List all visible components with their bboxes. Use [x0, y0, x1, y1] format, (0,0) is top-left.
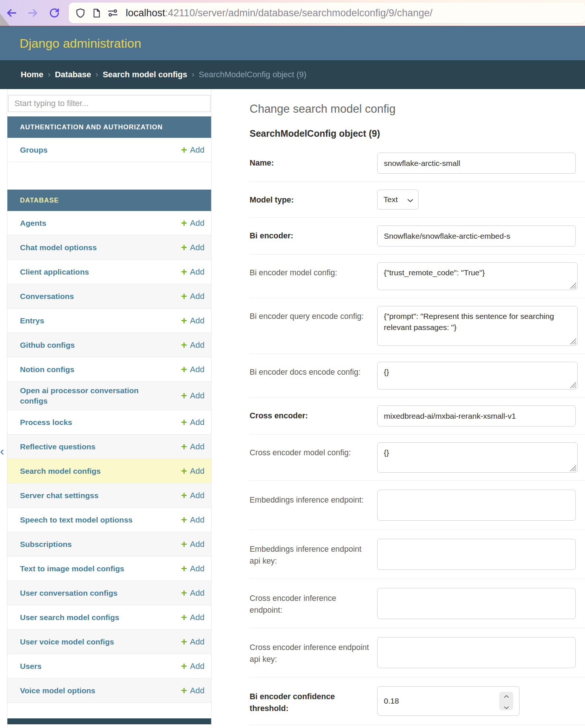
- sidebar-item-github-configs[interactable]: Github configs: [20, 340, 75, 350]
- breadcrumb-separator: ›: [95, 70, 98, 79]
- add-link-reflective-questions[interactable]: +Add: [181, 442, 204, 452]
- add-link-conversations[interactable]: +Add: [181, 292, 204, 301]
- bi-encoder-confidence-threshold-input[interactable]: 0.18: [377, 686, 520, 716]
- add-link-process-locks[interactable]: +Add: [181, 418, 204, 427]
- shield-icon[interactable]: [75, 7, 86, 18]
- resize-grip-icon[interactable]: [570, 382, 576, 388]
- sidebar-item-chat-model-optionss[interactable]: Chat model optionss: [20, 242, 97, 253]
- bi-encoder-model-config-textarea[interactable]: {"trust_remote_code": "True"}: [377, 262, 578, 290]
- embeddings-inference-endpoint-api-key-input[interactable]: [377, 539, 576, 570]
- form-row-model-type: Model type:Text: [250, 182, 585, 218]
- back-button[interactable]: [5, 7, 18, 19]
- sidebar-item-process-locks[interactable]: Process locks: [20, 417, 72, 428]
- plus-icon: +: [181, 419, 187, 426]
- sidebar-item-speech-to-text-model-optionss[interactable]: Speech to text model optionss: [20, 515, 133, 525]
- sidebar-item-user-voice-model-configs[interactable]: User voice model configs: [20, 637, 114, 647]
- sidebar-item-server-chat-settingss[interactable]: Server chat settingss: [20, 490, 98, 501]
- plus-icon: +: [181, 492, 187, 499]
- form-row-cross-encoder-model-config: Cross encoder model config:{}: [250, 435, 585, 481]
- sidebar-item-users[interactable]: Users: [20, 661, 41, 671]
- cross-encoder-model-config-textarea[interactable]: {}: [377, 442, 578, 473]
- page-icon[interactable]: [91, 7, 102, 18]
- sidebar-item-agents[interactable]: Agents: [20, 218, 46, 228]
- sidebar-item-entrys[interactable]: Entrys: [20, 316, 44, 326]
- forward-button[interactable]: [27, 7, 39, 19]
- add-link-notion-configs[interactable]: +Add: [181, 365, 204, 374]
- sidebar-item-conversations[interactable]: Conversations: [20, 291, 74, 302]
- permissions-icon[interactable]: [107, 7, 118, 18]
- bi-encoder-input[interactable]: Snowflake/snowflake-arctic-embed-s: [377, 225, 576, 246]
- sidebar-item-open-ai-processor-conversation-configs[interactable]: Open ai processor conversation configs: [20, 385, 168, 406]
- sidebar-item-reflective-questions[interactable]: Reflective questions: [20, 442, 95, 452]
- sidebar-filter-input[interactable]: [8, 95, 210, 112]
- add-link-voice-model-options[interactable]: +Add: [181, 686, 204, 695]
- section-caption-database[interactable]: DATABASE: [7, 190, 211, 211]
- field-label-bi-encoder-model-config: Bi encoder model config:: [250, 262, 377, 279]
- cross-encoder-inference-endpoint-api-key-input[interactable]: [377, 637, 576, 668]
- resize-grip-icon[interactable]: [570, 338, 576, 344]
- cross-encoder-input[interactable]: mixedbread-ai/mxbai-rerank-xsmall-v1: [377, 405, 576, 426]
- section-caption-authentication-and-authorization[interactable]: AUTHENTICATION AND AUTHORIZATION: [7, 116, 211, 138]
- forward-arrow-icon: [27, 7, 39, 19]
- add-link-github-configs[interactable]: +Add: [181, 340, 204, 350]
- sidebar-row-github-configs: Github configs+Add: [7, 333, 211, 357]
- sidebar-collapse-toggle[interactable]: ‹: [0, 445, 7, 457]
- site-brand[interactable]: Django administration: [0, 36, 141, 51]
- url-text: localhost:42110/server/admin/database/se…: [126, 7, 433, 19]
- add-link-users[interactable]: +Add: [181, 661, 204, 671]
- sidebar-row-chat-model-optionss: Chat model optionss+Add: [7, 235, 211, 260]
- bi-encoder-docs-encode-config-textarea[interactable]: {}: [377, 362, 578, 389]
- add-link-server-chat-settingss[interactable]: +Add: [181, 491, 204, 500]
- bi-encoder-query-encode-config-textarea[interactable]: {"prompt": "Represent this sentence for …: [377, 306, 578, 346]
- embeddings-inference-endpoint-input[interactable]: [377, 490, 576, 521]
- chevron-down-icon: [408, 195, 413, 204]
- number-stepper[interactable]: [499, 692, 513, 710]
- sidebar-item-subscriptions[interactable]: Subscriptions: [20, 539, 72, 550]
- breadcrumb-link-1[interactable]: Database: [55, 70, 91, 79]
- sidebar-item-user-search-model-configs[interactable]: User search model configs: [20, 612, 119, 623]
- add-link-groups[interactable]: +Add: [181, 145, 204, 155]
- field-control-cross-encoder: mixedbread-ai/mxbai-rerank-xsmall-v1: [377, 405, 576, 426]
- sidebar-row-voice-model-options: Voice model options+Add: [7, 678, 211, 703]
- add-link-subscriptions[interactable]: +Add: [181, 540, 204, 549]
- plus-icon: +: [181, 293, 187, 300]
- reload-button[interactable]: [48, 7, 61, 19]
- add-link-user-conversation-configs[interactable]: +Add: [181, 588, 204, 598]
- cross-encoder-inference-endpoint-input[interactable]: [377, 588, 576, 619]
- add-label: Add: [190, 418, 204, 427]
- model-type-select[interactable]: Text: [377, 190, 419, 210]
- sidebar-item-text-to-image-model-configs[interactable]: Text to image model configs: [20, 564, 124, 574]
- plus-icon: +: [181, 467, 187, 475]
- add-link-search-model-configs[interactable]: +Add: [181, 466, 204, 476]
- sidebar-item-user-conversation-configs[interactable]: User conversation configs: [20, 588, 118, 598]
- form-row-embeddings-inference-endpoint: Embeddings inference endpoint:: [250, 481, 585, 530]
- add-link-chat-model-optionss[interactable]: +Add: [181, 243, 204, 252]
- name-input[interactable]: snowflake-arctic-small: [377, 153, 576, 174]
- add-link-entrys[interactable]: +Add: [181, 316, 204, 326]
- change-form: Name:snowflake-arctic-smallModel type:Te…: [250, 145, 585, 725]
- add-link-client-applications[interactable]: +Add: [181, 267, 204, 277]
- add-link-agents[interactable]: +Add: [181, 218, 204, 228]
- field-label-cross-encoder: Cross encoder:: [250, 405, 377, 422]
- resize-grip-icon[interactable]: [570, 282, 576, 289]
- plus-icon: +: [181, 317, 187, 324]
- add-label: Add: [190, 661, 204, 671]
- field-label-cross-encoder-model-config: Cross encoder model config:: [250, 442, 377, 459]
- cross-encoder-model-config-value: {}: [384, 448, 389, 457]
- resize-grip-icon[interactable]: [570, 465, 576, 471]
- sidebar-item-notion-configs[interactable]: Notion configs: [20, 364, 74, 375]
- breadcrumb-link-2[interactable]: Search model configs: [103, 70, 187, 79]
- add-link-user-voice-model-configs[interactable]: +Add: [181, 637, 204, 647]
- sidebar-item-groups[interactable]: Groups: [20, 145, 48, 155]
- sidebar-row-conversations: Conversations+Add: [7, 284, 211, 309]
- sidebar-item-client-applications[interactable]: Client applications: [20, 267, 89, 277]
- sidebar-item-search-model-configs[interactable]: Search model configs: [20, 466, 101, 476]
- add-link-text-to-image-model-configs[interactable]: +Add: [181, 564, 204, 574]
- breadcrumb-link-0[interactable]: Home: [21, 70, 43, 79]
- bi-encoder-model-config-value: {"trust_remote_code": "True"}: [384, 268, 485, 277]
- sidebar-item-voice-model-options[interactable]: Voice model options: [20, 686, 95, 696]
- url-bar[interactable]: localhost:42110/server/admin/database/se…: [69, 3, 585, 23]
- add-link-speech-to-text-model-optionss[interactable]: +Add: [181, 515, 204, 525]
- add-link-user-search-model-configs[interactable]: +Add: [181, 613, 204, 622]
- add-link-open-ai-processor-conversation-configs[interactable]: +Add: [181, 391, 204, 401]
